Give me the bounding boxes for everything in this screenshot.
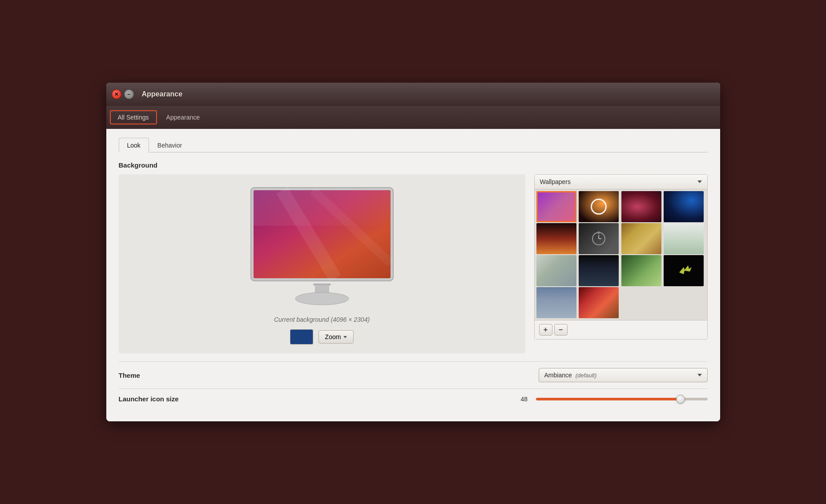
launcher-row: Launcher icon size 48 [119,388,708,409]
theme-note: (default) [576,372,597,379]
wallpapers-dropdown[interactable]: Wallpapers [535,175,707,189]
svg-point-8 [295,292,349,305]
tab-behavior[interactable]: Behavior [149,138,190,152]
current-bg-text: Current background (4096 × 2304) [274,316,370,323]
wallpaper-thumb-1[interactable] [536,191,576,222]
all-settings-button[interactable]: All Settings [110,110,157,124]
svg-marker-14 [679,265,692,274]
wallpaper-grid [535,189,707,320]
launcher-value: 48 [521,396,532,403]
svg-rect-5 [254,190,391,226]
bird-icon [675,264,693,278]
color-swatch[interactable] [290,329,313,344]
theme-select-value: Ambiance (default) [544,372,597,379]
wallpaper-thumb-6[interactable] [579,223,619,254]
launcher-slider-area: 48 [521,396,708,403]
pocket-watch-icon [591,231,607,247]
theme-label: Theme [119,372,140,379]
tab-look[interactable]: Look [119,138,149,152]
theme-row: Theme Ambiance (default) [119,361,708,388]
launcher-slider-thumb[interactable] [676,395,685,404]
app-window: ✕ − Appearance All Settings Appearance L… [106,83,720,421]
main-content: Look Behavior Background [106,129,720,421]
wallpaper-thumb-2[interactable] [579,191,619,222]
monitor-svg [246,183,398,308]
background-row: Current background (4096 × 2304) Zoom Wa… [119,174,708,353]
wallpaper-thumb-8[interactable] [664,223,704,254]
wallpaper-thumb-14[interactable] [579,287,619,318]
zoom-label: Zoom [325,333,341,340]
wallpaper-thumb-13[interactable] [536,287,576,318]
wallpapers-label: Wallpapers [540,178,571,185]
remove-wallpaper-button[interactable]: − [554,324,568,336]
navbar: All Settings Appearance [106,106,720,129]
tab-bar: Look Behavior [119,138,708,152]
wallpaper-thumb-10[interactable] [579,255,619,286]
zoom-dropdown-button[interactable]: Zoom [318,330,354,344]
minimize-button[interactable]: − [124,89,134,99]
launcher-label: Launcher icon size [119,395,179,403]
wallpaper-panel: Wallpapers [534,174,708,340]
theme-name: Ambiance [544,372,572,379]
window-controls: ✕ − [112,89,134,99]
wallpapers-arrow-icon [697,180,702,183]
theme-dropdown[interactable]: Ambiance (default) [539,368,708,382]
background-title: Background [119,161,708,169]
wallpaper-thumb-12[interactable] [664,255,704,286]
bg-controls: Zoom [290,329,354,344]
wallpaper-thumb-7[interactable] [621,223,661,254]
close-button[interactable]: ✕ [112,89,121,99]
window-title: Appearance [142,90,183,98]
appearance-nav-button[interactable]: Appearance [159,111,208,124]
wallpaper-thumb-4[interactable] [664,191,704,222]
add-wallpaper-button[interactable]: + [539,324,552,336]
wallpaper-thumb-11[interactable] [621,255,661,286]
clock-icon [591,199,607,215]
wallpaper-thumb-9[interactable] [536,255,576,286]
wallpaper-thumb-3[interactable] [621,191,661,222]
wallpaper-footer: + − [535,320,707,339]
theme-dropdown-arrow-icon [697,374,702,376]
monitor-wrapper [246,183,398,309]
launcher-slider-track[interactable] [536,398,708,400]
background-section: Background [119,161,708,353]
monitor-preview-container: Current background (4096 × 2304) Zoom [119,174,525,353]
zoom-arrow-icon [343,336,347,338]
wallpaper-thumb-5[interactable] [536,223,576,254]
svg-point-12 [598,232,600,234]
titlebar: ✕ − Appearance [106,83,720,106]
